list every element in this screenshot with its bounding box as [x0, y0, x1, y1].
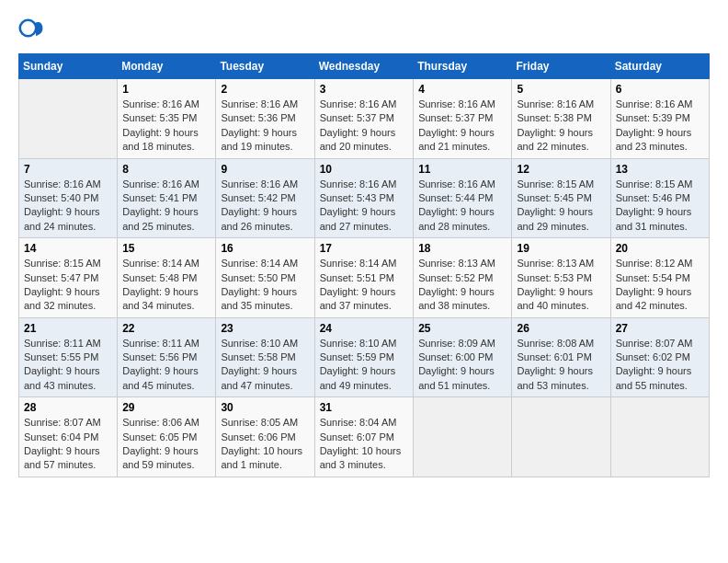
calendar-body: 1Sunrise: 8:16 AMSunset: 5:35 PMDaylight…: [19, 79, 710, 477]
day-info: Sunrise: 8:16 AMSunset: 5:42 PMDaylight:…: [221, 178, 309, 235]
calendar-cell: [414, 397, 512, 477]
day-info: Sunrise: 8:05 AMSunset: 6:06 PMDaylight:…: [221, 416, 309, 473]
calendar-cell: 10Sunrise: 8:16 AMSunset: 5:43 PMDayligh…: [314, 158, 414, 238]
day-number: 21: [24, 322, 112, 335]
day-info: Sunrise: 8:10 AMSunset: 5:59 PMDaylight:…: [320, 337, 409, 394]
day-number: 22: [122, 322, 210, 335]
day-info: Sunrise: 8:16 AMSunset: 5:36 PMDaylight:…: [221, 98, 309, 155]
calendar-cell: 31Sunrise: 8:04 AMSunset: 6:07 PMDayligh…: [314, 397, 414, 477]
day-info: Sunrise: 8:16 AMSunset: 5:35 PMDaylight:…: [122, 98, 210, 155]
calendar-cell: 3Sunrise: 8:16 AMSunset: 5:37 PMDaylight…: [314, 79, 414, 159]
calendar-cell: [512, 397, 610, 477]
day-number: 2: [221, 83, 309, 96]
day-number: 11: [418, 163, 506, 176]
day-info: Sunrise: 8:16 AMSunset: 5:41 PMDaylight:…: [122, 178, 210, 235]
day-number: 8: [122, 163, 210, 176]
calendar-week-row: 7Sunrise: 8:16 AMSunset: 5:40 PMDaylight…: [19, 158, 710, 238]
calendar-cell: 13Sunrise: 8:15 AMSunset: 5:46 PMDayligh…: [610, 158, 709, 238]
calendar-cell: [19, 79, 118, 159]
day-info: Sunrise: 8:14 AMSunset: 5:48 PMDaylight:…: [122, 257, 210, 314]
logo: [18, 18, 48, 44]
day-number: 31: [320, 401, 409, 414]
calendar-cell: 8Sunrise: 8:16 AMSunset: 5:41 PMDaylight…: [118, 158, 216, 238]
day-info: Sunrise: 8:16 AMSunset: 5:39 PMDaylight:…: [616, 98, 704, 155]
day-number: 7: [24, 163, 112, 176]
calendar-cell: 30Sunrise: 8:05 AMSunset: 6:06 PMDayligh…: [216, 397, 314, 477]
calendar-cell: 12Sunrise: 8:15 AMSunset: 5:45 PMDayligh…: [512, 158, 610, 238]
day-number: 10: [320, 163, 409, 176]
day-info: Sunrise: 8:14 AMSunset: 5:51 PMDaylight:…: [320, 257, 409, 314]
day-info: Sunrise: 8:16 AMSunset: 5:44 PMDaylight:…: [418, 178, 506, 235]
page-header: [18, 18, 710, 44]
day-info: Sunrise: 8:13 AMSunset: 5:52 PMDaylight:…: [418, 257, 506, 314]
day-info: Sunrise: 8:14 AMSunset: 5:50 PMDaylight:…: [221, 257, 309, 314]
day-info: Sunrise: 8:04 AMSunset: 6:07 PMDaylight:…: [320, 416, 409, 473]
calendar-cell: 7Sunrise: 8:16 AMSunset: 5:40 PMDaylight…: [19, 158, 118, 238]
day-info: Sunrise: 8:07 AMSunset: 6:04 PMDaylight:…: [24, 416, 112, 473]
calendar-cell: 28Sunrise: 8:07 AMSunset: 6:04 PMDayligh…: [19, 397, 118, 477]
calendar-cell: 1Sunrise: 8:16 AMSunset: 5:35 PMDaylight…: [118, 79, 216, 159]
calendar-cell: 5Sunrise: 8:16 AMSunset: 5:38 PMDaylight…: [512, 79, 610, 159]
calendar-header: SundayMondayTuesdayWednesdayThursdayFrid…: [19, 54, 710, 79]
day-number: 3: [320, 83, 409, 96]
weekday-header: Wednesday: [314, 54, 414, 79]
calendar-cell: [610, 397, 709, 477]
day-number: 27: [616, 322, 704, 335]
calendar-cell: 18Sunrise: 8:13 AMSunset: 5:52 PMDayligh…: [414, 238, 512, 318]
day-info: Sunrise: 8:15 AMSunset: 5:45 PMDaylight:…: [517, 178, 605, 235]
calendar-cell: 29Sunrise: 8:06 AMSunset: 6:05 PMDayligh…: [118, 397, 216, 477]
day-info: Sunrise: 8:08 AMSunset: 6:01 PMDaylight:…: [517, 337, 605, 394]
day-number: 17: [320, 242, 409, 255]
logo-icon: [18, 18, 44, 44]
calendar-cell: 21Sunrise: 8:11 AMSunset: 5:55 PMDayligh…: [19, 317, 118, 397]
calendar-week-row: 1Sunrise: 8:16 AMSunset: 5:35 PMDaylight…: [19, 79, 710, 159]
weekday-header: Thursday: [414, 54, 512, 79]
day-number: 6: [616, 83, 704, 96]
weekday-header: Friday: [512, 54, 610, 79]
weekday-header: Sunday: [19, 54, 118, 79]
calendar-week-row: 14Sunrise: 8:15 AMSunset: 5:47 PMDayligh…: [19, 238, 710, 318]
day-info: Sunrise: 8:16 AMSunset: 5:40 PMDaylight:…: [24, 178, 112, 235]
day-number: 23: [221, 322, 309, 335]
calendar-cell: 6Sunrise: 8:16 AMSunset: 5:39 PMDaylight…: [610, 79, 709, 159]
day-info: Sunrise: 8:15 AMSunset: 5:47 PMDaylight:…: [24, 257, 112, 314]
calendar-cell: 22Sunrise: 8:11 AMSunset: 5:56 PMDayligh…: [118, 317, 216, 397]
day-info: Sunrise: 8:09 AMSunset: 6:00 PMDaylight:…: [418, 337, 506, 394]
calendar-cell: 2Sunrise: 8:16 AMSunset: 5:36 PMDaylight…: [216, 79, 314, 159]
calendar-cell: 25Sunrise: 8:09 AMSunset: 6:00 PMDayligh…: [414, 317, 512, 397]
day-info: Sunrise: 8:07 AMSunset: 6:02 PMDaylight:…: [616, 337, 704, 394]
weekday-header: Saturday: [610, 54, 709, 79]
day-number: 16: [221, 242, 309, 255]
weekday-header: Tuesday: [216, 54, 314, 79]
day-number: 15: [122, 242, 210, 255]
day-number: 24: [320, 322, 409, 335]
calendar-week-row: 28Sunrise: 8:07 AMSunset: 6:04 PMDayligh…: [19, 397, 710, 477]
day-number: 9: [221, 163, 309, 176]
calendar-cell: 4Sunrise: 8:16 AMSunset: 5:37 PMDaylight…: [414, 79, 512, 159]
day-info: Sunrise: 8:11 AMSunset: 5:56 PMDaylight:…: [122, 337, 210, 394]
day-info: Sunrise: 8:11 AMSunset: 5:55 PMDaylight:…: [24, 337, 112, 394]
day-number: 28: [24, 401, 112, 414]
day-number: 4: [418, 83, 506, 96]
day-info: Sunrise: 8:16 AMSunset: 5:37 PMDaylight:…: [418, 98, 506, 155]
weekday-header: Monday: [118, 54, 216, 79]
day-number: 5: [517, 83, 605, 96]
day-number: 1: [122, 83, 210, 96]
calendar-cell: 17Sunrise: 8:14 AMSunset: 5:51 PMDayligh…: [314, 238, 414, 318]
calendar-week-row: 21Sunrise: 8:11 AMSunset: 5:55 PMDayligh…: [19, 317, 710, 397]
day-number: 12: [517, 163, 605, 176]
day-number: 29: [122, 401, 210, 414]
day-info: Sunrise: 8:06 AMSunset: 6:05 PMDaylight:…: [122, 416, 210, 473]
day-info: Sunrise: 8:16 AMSunset: 5:37 PMDaylight:…: [320, 98, 409, 155]
day-number: 13: [616, 163, 704, 176]
day-number: 26: [517, 322, 605, 335]
day-number: 20: [616, 242, 704, 255]
day-info: Sunrise: 8:13 AMSunset: 5:53 PMDaylight:…: [517, 257, 605, 314]
day-number: 30: [221, 401, 309, 414]
calendar-cell: 16Sunrise: 8:14 AMSunset: 5:50 PMDayligh…: [216, 238, 314, 318]
day-info: Sunrise: 8:12 AMSunset: 5:54 PMDaylight:…: [616, 257, 704, 314]
day-number: 19: [517, 242, 605, 255]
calendar-cell: 19Sunrise: 8:13 AMSunset: 5:53 PMDayligh…: [512, 238, 610, 318]
weekday-row: SundayMondayTuesdayWednesdayThursdayFrid…: [19, 54, 710, 79]
calendar-cell: 15Sunrise: 8:14 AMSunset: 5:48 PMDayligh…: [118, 238, 216, 318]
